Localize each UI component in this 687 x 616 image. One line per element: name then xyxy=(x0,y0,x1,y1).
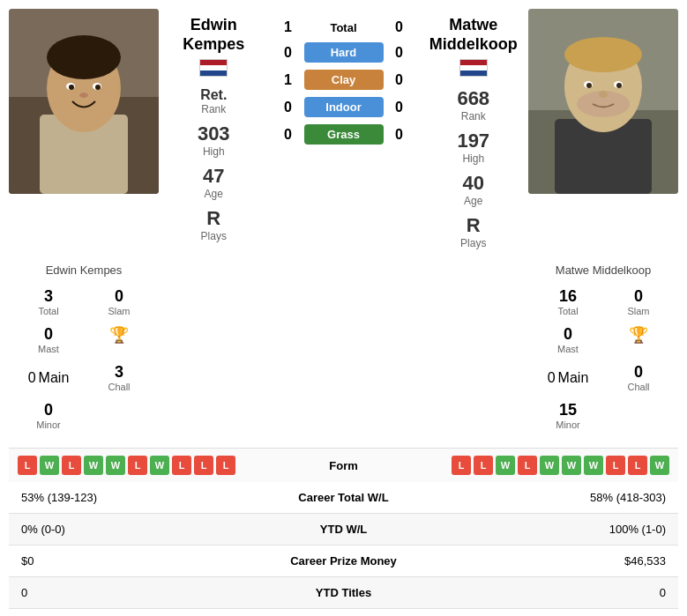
right-total-cell: 16 Total xyxy=(534,284,602,320)
left-trophy-cell: 🏆 xyxy=(85,322,153,358)
form-badge-right: L xyxy=(452,456,471,475)
hard-score-left: 0 xyxy=(280,45,297,61)
left-high-row: 303 High xyxy=(162,119,265,161)
form-badge-left: W xyxy=(150,456,169,475)
main-container: Edwin Kempes Ret. Rank 303 High 47 Age R… xyxy=(0,0,687,616)
right-high-label: High xyxy=(462,152,484,165)
stat-right-val: 0 xyxy=(475,577,678,609)
hard-surface-btn[interactable]: Hard xyxy=(304,42,384,63)
bottom-section: LWLWWLWLLL Form LLWLWWWLLW 53% (139-123)… xyxy=(9,448,678,609)
grass-score-right: 0 xyxy=(391,127,408,143)
left-slam-val: 0 xyxy=(115,287,123,306)
hard-row: 0 Hard 0 xyxy=(273,42,415,63)
stats-table: 53% (139-123) Career Total W/L 58% (418-… xyxy=(9,482,678,609)
right-rank-row: 668 Rank xyxy=(422,84,526,126)
stat-center-label: Career Prize Money xyxy=(212,545,476,577)
left-rank-row: Ret. Rank xyxy=(162,84,265,119)
right-player-name-label: Matwe Middelkoop xyxy=(528,263,678,277)
form-row: LWLWWLWLLL Form LLWLWWWLLW xyxy=(9,449,678,482)
right-chall-lbl: Chall xyxy=(627,382,649,392)
right-minor-lbl: Minor xyxy=(556,419,580,430)
stat-center-label: YTD W/L xyxy=(212,514,476,545)
stat-left-val: 53% (139-123) xyxy=(9,482,212,514)
stats-row: 0 YTD Titles 0 xyxy=(9,577,678,609)
stats-row: 53% (139-123) Career Total W/L 58% (418-… xyxy=(9,482,678,514)
left-chall-lbl: Chall xyxy=(108,382,130,392)
left-age-value: 47 xyxy=(203,165,224,188)
clay-score-right: 0 xyxy=(391,72,408,88)
form-badge-left: W xyxy=(106,456,125,475)
clay-score-left: 1 xyxy=(280,72,297,88)
clay-row: 1 Clay 0 xyxy=(273,70,415,90)
left-age-row: 47 Age xyxy=(162,161,265,204)
right-rank-value: 668 xyxy=(457,87,489,110)
left-mast-lbl: Mast xyxy=(38,344,59,354)
left-total-lbl: Total xyxy=(38,306,58,316)
left-trophy-icon: 🏆 xyxy=(109,325,129,345)
right-mast-val: 0 xyxy=(564,325,572,344)
stat-left-val: $0 xyxy=(9,545,212,577)
right-trophy-cell: 🏆 xyxy=(604,322,673,358)
svg-point-20 xyxy=(599,91,608,98)
right-minor-cell: 15 Minor xyxy=(534,397,602,434)
left-stat-grid: 3 Total 0 Slam 0 Mast 🏆 0 Main xyxy=(9,284,159,434)
right-plays-row: R Plays xyxy=(422,211,526,253)
form-badge-right: L xyxy=(474,456,493,475)
hard-score-right: 0 xyxy=(391,45,408,61)
total-row: 1 Total 0 xyxy=(273,19,415,35)
player-section: Edwin Kempes Ret. Rank 303 High 47 Age R… xyxy=(9,9,678,260)
form-badge-right: W xyxy=(540,456,559,475)
form-badge-left: L xyxy=(172,456,191,475)
right-slam-val: 0 xyxy=(634,287,643,306)
right-age-row: 40 Age xyxy=(422,168,526,211)
form-badge-right: W xyxy=(650,456,669,475)
left-high-value: 303 xyxy=(198,122,230,145)
left-mast-cell: 0 Mast xyxy=(14,322,83,358)
left-player-photo xyxy=(9,9,159,194)
total-score-left: 1 xyxy=(280,19,297,35)
right-player-flag xyxy=(422,59,526,80)
right-plays-label: Plays xyxy=(460,237,486,249)
stat-left-val: 0 xyxy=(9,577,212,609)
clay-surface-btn[interactable]: Clay xyxy=(304,70,384,90)
right-main-lbl: Main xyxy=(558,370,589,386)
right-trophy-icon: 🏆 xyxy=(629,325,648,345)
grass-surface-btn[interactable]: Grass xyxy=(304,124,384,145)
left-plays-value: R xyxy=(206,207,220,230)
stat-right-val: $46,533 xyxy=(475,545,678,577)
indoor-score-left: 0 xyxy=(280,100,297,115)
form-badge-left: L xyxy=(194,456,213,475)
form-badge-left: L xyxy=(18,456,37,475)
left-player-name: Edwin Kempes xyxy=(162,16,265,54)
left-plays-label: Plays xyxy=(201,230,227,242)
right-player-name: Matwe Middelkoop xyxy=(422,16,526,54)
form-badge-right: W xyxy=(562,456,581,475)
right-slam-lbl: Slam xyxy=(627,306,649,316)
left-player-avatar-svg xyxy=(9,9,159,194)
grass-row: 0 Grass 0 xyxy=(273,124,415,145)
left-mast-val: 0 xyxy=(44,325,53,344)
right-mast-lbl: Mast xyxy=(557,344,579,354)
form-badge-left: L xyxy=(128,456,147,475)
indoor-score-right: 0 xyxy=(391,100,408,115)
left-rank-label: Rank xyxy=(201,103,226,115)
right-main-val: 0 xyxy=(548,370,556,386)
right-minor-val: 15 xyxy=(559,401,577,419)
form-badge-left: L xyxy=(62,456,81,475)
form-badge-right: L xyxy=(606,456,625,475)
left-form-badges: LWLWWLWLLL xyxy=(18,456,291,475)
indoor-surface-btn[interactable]: Indoor xyxy=(304,97,384,117)
left-chall-cell: 3 Chall xyxy=(85,360,153,396)
right-chall-val: 0 xyxy=(634,363,643,382)
form-badge-right: L xyxy=(518,456,537,475)
form-label: Form xyxy=(291,459,397,472)
stat-grids-row: 3 Total 0 Slam 0 Mast 🏆 0 Main xyxy=(9,280,678,441)
svg-point-14 xyxy=(564,37,642,72)
left-minor-val: 0 xyxy=(44,401,53,419)
stats-row: 0% (0-0) YTD W/L 100% (1-0) xyxy=(9,514,678,545)
left-slam-lbl: Slam xyxy=(108,306,130,316)
total-score-right: 0 xyxy=(391,19,408,35)
stats-row: $0 Career Prize Money $46,533 xyxy=(9,545,678,577)
stat-right-val: 58% (418-303) xyxy=(475,482,678,514)
left-main-lbl: Main xyxy=(39,370,70,386)
